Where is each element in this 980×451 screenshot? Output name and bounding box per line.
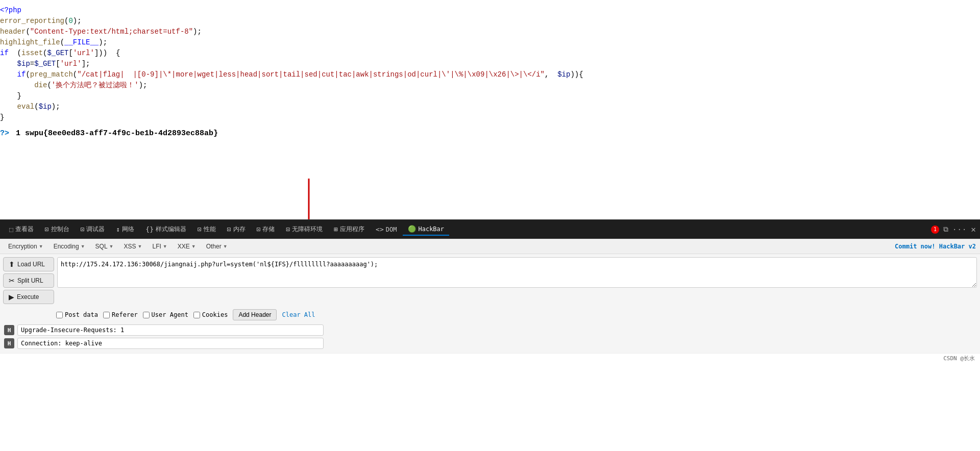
chevron-down-icon: ▼	[109, 244, 114, 249]
tab-inspector[interactable]: ⬚ 查看器	[4, 223, 39, 236]
encoding-dropdown[interactable]: Encoding ▼	[50, 241, 89, 252]
headers-area: H H	[0, 322, 980, 353]
dom-icon: <>	[376, 225, 384, 233]
lfi-dropdown[interactable]: LFI ▼	[148, 241, 171, 252]
referer-checkbox-label[interactable]: Referer	[103, 311, 138, 318]
bottom-bar: CSDN @长水	[0, 353, 980, 363]
header-badge-1: H	[4, 325, 14, 335]
encoding-button[interactable]: Encoding ▼	[50, 241, 89, 252]
hackbar-content: ⬆ Load URL ✂ Split URL ▶ Execute	[0, 254, 980, 307]
header-input-1[interactable]	[17, 324, 324, 336]
execute-icon: ▶	[9, 293, 14, 301]
post-data-checkbox-label[interactable]: Post data	[56, 311, 98, 318]
hackbar-icon: 🟢	[408, 225, 416, 233]
split-url-button[interactable]: ✂ Split URL	[3, 273, 54, 288]
xss-button[interactable]: XSS ▼	[120, 241, 146, 252]
tab-style-editor[interactable]: {} 样式编辑器	[140, 223, 191, 236]
encryption-dropdown[interactable]: Encryption ▼	[4, 241, 47, 252]
user-agent-checkbox-label[interactable]: User Agent	[143, 311, 188, 318]
load-url-button[interactable]: ⬆ Load URL	[3, 257, 54, 271]
debugger-icon: ⊡	[81, 225, 85, 233]
application-icon: ⊞	[334, 225, 338, 233]
code-line: eval($ip);	[0, 102, 980, 112]
error-badge: 1	[931, 225, 939, 234]
devtools-right: 1 ⧉ ··· ✕	[931, 224, 976, 234]
devtools-close-icon[interactable]: ✕	[971, 224, 976, 234]
hackbar-toolbar: Encryption ▼ Encoding ▼ SQL ▼ XSS ▼ LFI	[0, 239, 980, 254]
xxe-dropdown[interactable]: XXE ▼	[174, 241, 200, 252]
commit-now-label: Commit now! HackBar v2	[895, 243, 976, 250]
sql-dropdown[interactable]: SQL ▼	[91, 241, 118, 252]
code-line: }	[0, 112, 980, 123]
chevron-down-icon: ▼	[163, 244, 167, 249]
code-line: }	[0, 91, 980, 102]
chevron-down-icon: ▼	[191, 244, 196, 249]
devtools-bar: ⬚ 查看器 ⊡ 控制台 ⊡ 调试器 ↕ 网络 {} 样式编辑器 ⊡ 性能 ⊡ 内…	[0, 219, 980, 239]
memory-icon: ⊡	[227, 225, 231, 233]
split-url-icon: ✂	[9, 277, 15, 285]
chevron-down-icon: ▼	[81, 244, 85, 249]
tab-debugger[interactable]: ⊡ 调试器	[76, 223, 110, 236]
chevron-down-icon: ▼	[39, 244, 43, 249]
referer-checkbox[interactable]	[103, 312, 110, 318]
inspector-icon: ⬚	[9, 225, 13, 233]
user-agent-checkbox[interactable]	[143, 312, 150, 318]
post-data-checkbox[interactable]	[56, 312, 63, 318]
tab-memory[interactable]: ⊡ 内存	[222, 223, 251, 236]
console-icon: ⊡	[45, 225, 49, 233]
tab-dom[interactable]: <> DOM	[371, 223, 402, 235]
code-line: error_reporting(0);	[0, 16, 980, 27]
code-line: if(preg_match("/cat|flag| |[0-9]|\*|more…	[0, 69, 980, 80]
hackbar-panel: Encryption ▼ Encoding ▼ SQL ▼ XSS ▼ LFI	[0, 239, 980, 353]
storage-icon: ⊡	[257, 225, 261, 233]
style-editor-icon: {}	[145, 225, 154, 233]
performance-icon: ⊡	[198, 225, 202, 233]
load-url-icon: ⬆	[9, 260, 15, 268]
tab-application[interactable]: ⊞ 应用程序	[329, 223, 370, 236]
header-badge-2: H	[4, 338, 14, 348]
execute-button[interactable]: ▶ Execute	[3, 290, 54, 304]
devtools-resize-icon[interactable]: ⧉	[943, 225, 948, 234]
red-arrow	[301, 179, 316, 219]
url-input[interactable]	[57, 257, 977, 288]
other-button[interactable]: Other ▼	[202, 241, 232, 252]
code-line: highlight_file(__FILE__);	[0, 37, 980, 48]
xss-dropdown[interactable]: XSS ▼	[120, 241, 146, 252]
code-line: if (isset($_GET['url'])) {	[0, 48, 980, 59]
other-dropdown[interactable]: Other ▼	[202, 241, 232, 252]
devtools-more-icon[interactable]: ···	[952, 225, 967, 234]
chevron-down-icon: ▼	[223, 244, 228, 249]
code-line: die('换个方法吧？被过滤啦！');	[0, 80, 980, 91]
tab-network[interactable]: ↕ 网络	[111, 223, 139, 236]
xxe-button[interactable]: XXE ▼	[174, 241, 200, 252]
accessibility-icon: ⊡	[286, 225, 290, 233]
chevron-down-icon: ▼	[138, 244, 142, 249]
tab-hackbar[interactable]: 🟢 HackBar	[403, 223, 449, 236]
code-area: <?php error_reporting(0); header("Conten…	[0, 0, 980, 219]
tab-console[interactable]: ⊡ 控制台	[40, 223, 75, 236]
header-row-2: H	[4, 338, 976, 349]
cookies-checkbox-label[interactable]: Cookies	[193, 311, 228, 318]
cookies-checkbox[interactable]	[193, 312, 200, 318]
add-header-button[interactable]: Add Header	[233, 309, 277, 320]
header-row-1: H	[4, 324, 976, 336]
output-line: ?> 1 swpu{8ee0ed83-aff7-4f9c-be1b-4d2893…	[0, 128, 980, 140]
sql-button[interactable]: SQL ▼	[91, 241, 118, 252]
tab-accessibility[interactable]: ⊡ 无障碍环境	[281, 223, 328, 236]
code-line: header("Content-Type:text/html;charset=u…	[0, 27, 980, 37]
hackbar-buttons: ⬆ Load URL ✂ Split URL ▶ Execute	[3, 257, 54, 304]
code-line: <?php	[0, 5, 980, 16]
header-input-2[interactable]	[17, 338, 324, 349]
tab-performance[interactable]: ⊡ 性能	[192, 223, 221, 236]
bottom-bar-text: CSDN @长水	[943, 355, 975, 362]
clear-all-link[interactable]: Clear All	[282, 311, 315, 318]
network-icon: ↕	[116, 225, 120, 233]
code-line: $ip=$_GET['url'];	[0, 59, 980, 69]
tab-storage[interactable]: ⊡ 存储	[252, 223, 280, 236]
lfi-button[interactable]: LFI ▼	[148, 241, 171, 252]
options-row: Post data Referer User Agent Cookies Add…	[0, 307, 980, 322]
encryption-button[interactable]: Encryption ▼	[4, 241, 47, 252]
